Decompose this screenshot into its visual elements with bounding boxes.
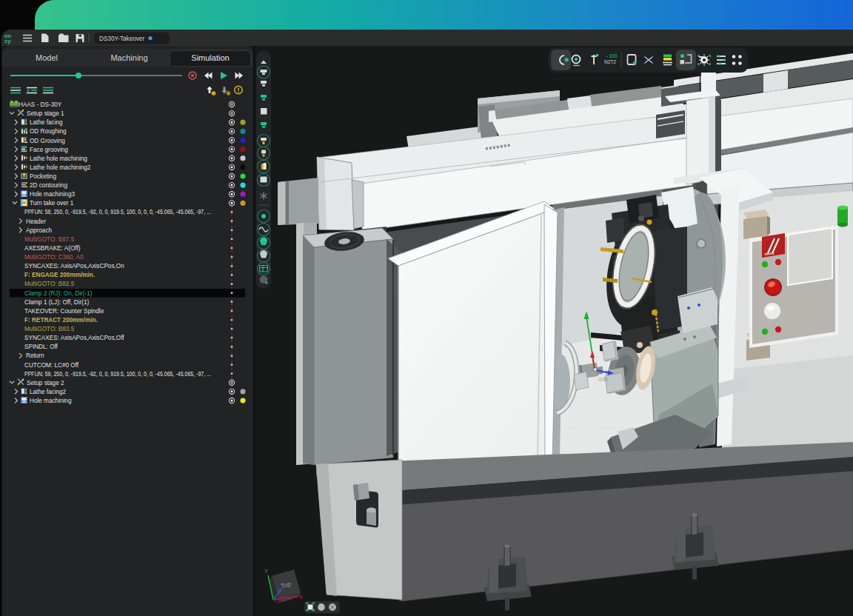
svg-text:Lathe facing: Lathe facing [30, 119, 63, 126]
svg-text:OD Roughing: OD Roughing [30, 128, 67, 135]
svg-text:DS30Y-Takeover: DS30Y-Takeover [99, 36, 144, 42]
svg-text:Hole machining3: Hole machining3 [30, 191, 75, 198]
svg-text:X: X [299, 594, 304, 600]
svg-text:SPINDL: Off: SPINDL: Off [24, 344, 58, 350]
svg-text:PPFUN: 58, 250, 0, -919.5, -92: PPFUN: 58, 250, 0, -919.5, -92, 0, 0, 91… [24, 209, 211, 215]
svg-text:Lathe hole machining2: Lathe hole machining2 [30, 164, 91, 171]
svg-text:Clamp 1 (LJ): Off, Dir(1): Clamp 1 (LJ): Off, Dir(1) [24, 299, 89, 306]
svg-text:TAKEOVER: Counter Spindle: TAKEOVER: Counter Spindle [24, 308, 104, 315]
svg-text:Turn take over 1: Turn take over 1 [30, 200, 74, 207]
svg-text:N2T2: N2T2 [604, 59, 616, 64]
svg-text:Header: Header [26, 218, 46, 225]
svg-text:Z: Z [278, 587, 281, 594]
svg-text:G54: G54 [598, 377, 608, 382]
svg-text:SYNCAXES: AxisAPos,AxisCPos,Of: SYNCAXES: AxisAPos,AxisCPos,Off [24, 335, 124, 341]
svg-text:MultiGOTO: B87.5: MultiGOTO: B87.5 [24, 236, 75, 243]
svg-text:MultiGOTO: C360, A0: MultiGOTO: C360, A0 [24, 254, 84, 261]
svg-text:Pocketing: Pocketing [30, 173, 56, 180]
svg-text:F: RETRACT 200mm/min.: F: RETRACT 200mm/min. [24, 317, 98, 324]
svg-text:MultiGOTO: B83.5: MultiGOTO: B83.5 [24, 326, 75, 332]
svg-text:cy: cy [4, 38, 11, 44]
svg-text:AXESBRAKE: A(Off): AXESBRAKE: A(Off) [24, 245, 81, 252]
svg-text:→100: →100 [604, 53, 618, 58]
svg-text:Lathe facing2: Lathe facing2 [30, 389, 67, 395]
svg-text:Clamp 2 (RJ): On, Dir(-1): Clamp 2 (RJ): On, Dir(-1) [24, 290, 93, 297]
svg-text:Face grooving: Face grooving [30, 147, 68, 153]
svg-text:Hole machining: Hole machining [30, 398, 72, 404]
svg-text:Setup stage 1: Setup stage 1 [27, 110, 64, 117]
svg-text:2D contouring: 2D contouring [30, 182, 67, 189]
svg-text:Setup stage 2: Setup stage 2 [27, 380, 64, 386]
svg-text:F: ENGAGE 200mm/min.: F: ENGAGE 200mm/min. [24, 272, 95, 278]
svg-text:SYNCAXES: AxisAPos,AxisCPos,On: SYNCAXES: AxisAPos,AxisCPos,On [24, 263, 124, 270]
svg-text:Approach: Approach [26, 227, 52, 234]
svg-text:Y: Y [264, 568, 269, 575]
svg-text:Return: Return [26, 352, 44, 359]
svg-text:CUTCOM: LC#0 Off: CUTCOM: LC#0 Off [24, 362, 79, 369]
svg-text:PPFUN: 59, 250, 0, -919.5, -92: PPFUN: 59, 250, 0, -919.5, -92, 0, 0, 91… [24, 371, 211, 378]
svg-text:OD Grooving: OD Grooving [30, 138, 65, 144]
svg-text:HAAS - DS-30Y: HAAS - DS-30Y [19, 101, 62, 108]
svg-text:MultiGOTO: B82.5: MultiGOTO: B82.5 [24, 281, 75, 287]
svg-text:Lathe hole machining: Lathe hole machining [30, 155, 87, 162]
